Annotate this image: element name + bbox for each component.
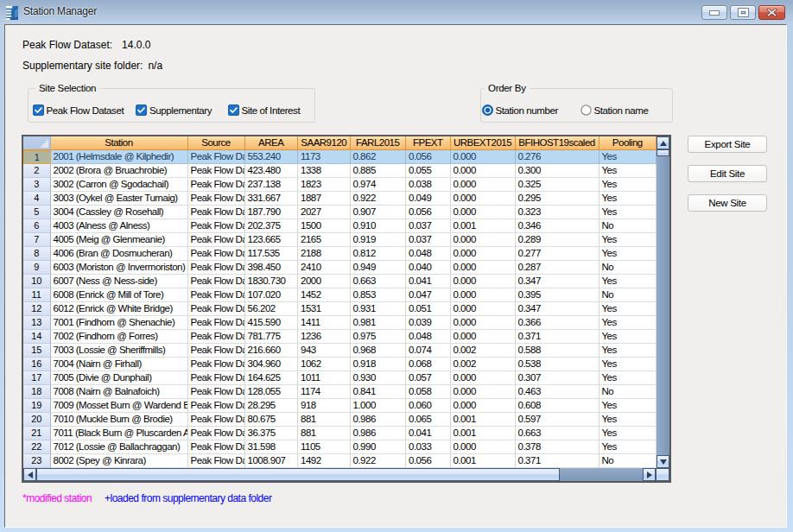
row-number[interactable]: 5 — [23, 206, 51, 219]
cell-bfihost19scaled[interactable]: 0.307 — [516, 371, 600, 385]
cell-bfihost19scaled[interactable]: 0.295 — [516, 192, 600, 206]
cell-area[interactable]: 128.055 — [245, 385, 299, 399]
cell-source[interactable]: Peak Flow Dataset — [188, 302, 245, 316]
cell-fpext[interactable]: 0.038 — [406, 178, 451, 192]
cell-station[interactable]: 7003 (Lossie @ Sheriffmills) — [51, 344, 188, 358]
cell-farl2015[interactable]: 0.990 — [351, 440, 407, 454]
cell-source[interactable]: Peak Flow Dataset — [188, 192, 245, 206]
radio-station-number[interactable]: Station number — [482, 104, 558, 116]
cell-station[interactable]: 7009 (Mosset Burn @ Wardend Bridge) — [51, 399, 188, 413]
cell-area[interactable]: 237.138 — [245, 178, 299, 192]
cell-urbext2015[interactable]: 0.000 — [451, 150, 516, 164]
cell-bfihost19scaled[interactable]: 0.371 — [516, 330, 600, 344]
cell-saar9120[interactable]: 1411 — [298, 316, 351, 330]
row-number[interactable]: 19 — [23, 399, 51, 413]
cell-station[interactable]: 7011 (Black Burn @ Pluscarden Abbey) — [51, 427, 188, 440]
table-row-14[interactable]: 147002 (Findhorn @ Forres)Peak Flow Data… — [23, 330, 657, 344]
cell-saar9120[interactable]: 1500 — [298, 219, 351, 233]
cell-pooling[interactable]: Yes — [600, 371, 657, 385]
cell-area[interactable]: 80.675 — [245, 413, 299, 427]
row-number[interactable]: 17 — [23, 371, 51, 385]
new-site-button[interactable]: New Site — [688, 194, 767, 212]
row-number[interactable]: 2 — [23, 164, 51, 178]
row-number[interactable]: 6 — [23, 219, 51, 233]
row-number[interactable]: 4 — [23, 192, 51, 206]
cell-fpext[interactable]: 0.060 — [406, 399, 451, 413]
cell-area[interactable]: 398.450 — [245, 261, 299, 275]
row-number[interactable]: 8 — [23, 247, 51, 261]
column-header-urbext2015[interactable]: URBEXT2015 — [451, 136, 516, 150]
cell-bfihost19scaled[interactable]: 0.366 — [516, 316, 600, 330]
cell-farl2015[interactable]: 0.949 — [351, 261, 407, 275]
cell-fpext[interactable]: 0.058 — [406, 385, 451, 399]
cell-saar9120[interactable]: 1236 — [298, 330, 351, 344]
cell-area[interactable]: 56.202 — [245, 302, 299, 316]
cell-pooling[interactable]: Yes — [600, 302, 657, 316]
cell-pooling[interactable]: Yes — [600, 316, 657, 330]
cell-pooling[interactable]: No — [600, 219, 657, 233]
cell-bfihost19scaled[interactable]: 0.289 — [516, 233, 600, 247]
cell-station[interactable]: 7002 (Findhorn @ Forres) — [51, 330, 188, 344]
cell-saar9120[interactable]: 1452 — [298, 288, 351, 302]
row-number[interactable]: 12 — [23, 302, 51, 316]
cell-farl2015[interactable]: 0.919 — [351, 233, 407, 247]
cell-area[interactable]: 331.667 — [245, 192, 299, 206]
cell-fpext[interactable]: 0.056 — [406, 454, 451, 468]
cell-source[interactable]: Peak Flow Dataset — [188, 206, 245, 219]
cell-fpext[interactable]: 0.039 — [406, 316, 451, 330]
cell-source[interactable]: Peak Flow Dataset — [188, 330, 245, 344]
cell-source[interactable]: Peak Flow Dataset — [188, 454, 245, 468]
cell-pooling[interactable]: Yes — [600, 247, 657, 261]
cell-station[interactable]: 4006 (Bran @ Dosmucheran) — [51, 247, 188, 261]
export-site-button[interactable]: Export Site — [688, 136, 767, 153]
cell-station[interactable]: 6007 (Ness @ Ness-side) — [51, 275, 188, 288]
checkbox-site-of-interest[interactable]: Site of Interest — [228, 104, 301, 116]
cell-fpext[interactable]: 0.068 — [406, 358, 451, 371]
row-number[interactable]: 10 — [23, 275, 51, 288]
cell-source[interactable]: Peak Flow Dataset — [188, 275, 245, 288]
cell-pooling[interactable]: Yes — [600, 440, 657, 454]
cell-bfihost19scaled[interactable]: 0.347 — [516, 302, 600, 316]
cell-area[interactable]: 36.375 — [245, 427, 299, 440]
cell-urbext2015[interactable]: 0.000 — [451, 316, 516, 330]
cell-urbext2015[interactable]: 0.000 — [451, 192, 516, 206]
cell-area[interactable]: 1008.907 — [245, 454, 299, 468]
table-row-22[interactable]: 227012 (Lossie @ Ballachraggan)Peak Flow… — [23, 440, 657, 454]
cell-station[interactable]: 3003 (Oykel @ Easter Turnaig) — [51, 192, 188, 206]
cell-bfihost19scaled[interactable]: 0.538 — [516, 358, 600, 371]
cell-area[interactable]: 1830.730 — [245, 275, 299, 288]
cell-saar9120[interactable]: 881 — [298, 427, 351, 440]
maximize-button[interactable] — [730, 5, 756, 20]
cell-area[interactable]: 107.020 — [245, 288, 299, 302]
cell-fpext[interactable]: 0.065 — [406, 413, 451, 427]
row-number[interactable]: 23 — [23, 454, 51, 468]
cell-pooling[interactable]: No — [600, 454, 657, 468]
cell-urbext2015[interactable]: 0.000 — [451, 385, 516, 399]
cell-area[interactable]: 216.660 — [245, 344, 299, 358]
cell-urbext2015[interactable]: 0.001 — [451, 454, 516, 468]
cell-bfihost19scaled[interactable]: 0.597 — [516, 413, 600, 427]
cell-farl2015[interactable]: 0.975 — [351, 330, 407, 344]
cell-pooling[interactable]: Yes — [600, 399, 657, 413]
cell-station[interactable]: 3004 (Cassley @ Rosehall) — [51, 206, 188, 219]
cell-saar9120[interactable]: 1531 — [298, 302, 351, 316]
cell-urbext2015[interactable]: 0.002 — [451, 358, 516, 371]
column-header-saar9120[interactable]: SAAR9120 — [298, 136, 351, 150]
scroll-left-button[interactable] — [23, 468, 36, 481]
cell-urbext2015[interactable]: 0.000 — [451, 275, 516, 288]
cell-area[interactable]: 28.295 — [245, 399, 299, 413]
cell-source[interactable]: Peak Flow Dataset — [188, 316, 245, 330]
cell-station[interactable]: 8002 (Spey @ Kinrara) — [51, 454, 188, 468]
cell-fpext[interactable]: 0.037 — [406, 233, 451, 247]
column-header-bfihost19scaled[interactable]: BFIHOST19scaled — [516, 136, 600, 150]
cell-farl2015[interactable]: 0.907 — [351, 206, 407, 219]
cell-pooling[interactable]: No — [600, 288, 657, 302]
table-row-10[interactable]: 106007 (Ness @ Ness-side)Peak Flow Datas… — [23, 275, 657, 288]
cell-fpext[interactable]: 0.047 — [406, 288, 451, 302]
cell-bfihost19scaled[interactable]: 0.663 — [516, 427, 600, 440]
cell-fpext[interactable]: 0.056 — [406, 150, 451, 164]
cell-area[interactable]: 553.240 — [245, 150, 299, 164]
edit-site-button[interactable]: Edit Site — [688, 165, 767, 182]
table-row-18[interactable]: 187008 (Nairn @ Balnafoich)Peak Flow Dat… — [23, 385, 657, 399]
cell-farl2015[interactable]: 0.885 — [351, 164, 407, 178]
